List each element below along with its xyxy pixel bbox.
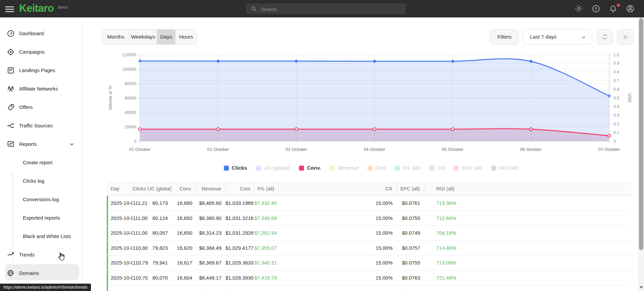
cell-clicks: 111,21 bbox=[133, 196, 148, 211]
row-status-stripe bbox=[107, 226, 108, 240]
legend-item-clicks[interactable]: Clicks bbox=[224, 165, 247, 171]
search-icon bbox=[251, 6, 257, 12]
row-status-stripe bbox=[107, 255, 108, 270]
legend-item-roi-all-[interactable]: ROI (all) bbox=[491, 165, 519, 171]
sidebar-item-dashboard[interactable]: Dashboard bbox=[0, 25, 82, 42]
column-header-day[interactable]: Day bbox=[107, 182, 133, 195]
column-header-p-l-all-[interactable]: P/L (all) bbox=[254, 182, 279, 195]
search-input[interactable] bbox=[260, 3, 402, 15]
cell-uc-global-: 80,070 bbox=[148, 271, 172, 285]
cell-p-l-all-: $7,282.94 bbox=[254, 226, 279, 240]
cell-day: 2025-10-02 bbox=[107, 211, 133, 226]
cell-p-l-all-: $7,349.58 bbox=[254, 211, 279, 226]
row-status-stripe bbox=[107, 285, 108, 291]
settings-gear-icon[interactable] bbox=[575, 4, 583, 13]
sidebar-item-landing-pages[interactable]: Landings Pages bbox=[0, 62, 82, 78]
sidebar-item-affiliate-networks[interactable]: Affiliate Networks bbox=[0, 81, 82, 97]
sidebar-item-trends[interactable]: Trends bbox=[0, 247, 82, 263]
legend-swatch bbox=[367, 166, 373, 171]
scrollbar-thumb[interactable] bbox=[639, 18, 643, 250]
sidebar-subitem-clicks-log[interactable]: Clicks log bbox=[0, 173, 82, 189]
column-header-roi-all-[interactable]: ROI (all) bbox=[424, 182, 631, 195]
cell-day: 2025-10-06 bbox=[107, 271, 133, 285]
table-row: 2025-10-01111,2180,17316,680$8,465.60$1,… bbox=[107, 196, 631, 211]
table-row: 2025-10-05110,7979,94116,617$8,369.67$1,… bbox=[107, 255, 631, 271]
sidebar-item-domains[interactable]: Domains bbox=[0, 265, 82, 281]
offers-icon: $ bbox=[7, 103, 15, 111]
cell-cr: 15.00% bbox=[279, 196, 397, 211]
sidebar-item-reports[interactable]: Reports bbox=[0, 136, 82, 152]
sidebar-subitem-create-report[interactable]: Create report bbox=[0, 155, 82, 171]
legend-item-epc-all-[interactable]: EPC (all) bbox=[454, 165, 483, 171]
row-status-stripe bbox=[107, 241, 108, 255]
svg-text:$: $ bbox=[11, 105, 13, 108]
filters-button[interactable]: Filters bbox=[490, 29, 519, 45]
cell-revenue: $8,369.67 bbox=[196, 255, 226, 270]
column-header-cr[interactable]: CR bbox=[279, 182, 397, 195]
column-header-cost[interactable]: Cost bbox=[226, 182, 254, 195]
user-avatar-icon[interactable] bbox=[626, 4, 635, 13]
cell-roi-all-: 721.49% bbox=[424, 271, 631, 285]
column-header-uc-global-[interactable]: UC (global) bbox=[148, 182, 172, 195]
cell-revenue: $8,384.49 bbox=[196, 241, 226, 255]
legend-item-uc-global-[interactable]: UC (global) bbox=[256, 165, 290, 171]
cell-epc-all-: $0.0755 bbox=[397, 255, 424, 270]
cell-clicks: 111,00 bbox=[133, 226, 148, 240]
chart-settings-button[interactable] bbox=[617, 29, 634, 45]
period-tab-group: MonthsWeekdaysDaysHours bbox=[102, 29, 197, 45]
hamburger-menu-icon[interactable] bbox=[5, 5, 14, 12]
legend-swatch bbox=[224, 166, 229, 171]
tab-hours[interactable]: Hours bbox=[176, 30, 197, 44]
cell-p-l-all-: $7,419.78 bbox=[254, 271, 279, 285]
legend-item-conv-[interactable]: Conv. bbox=[299, 165, 321, 171]
cell-day: 2025-10-04 bbox=[107, 241, 133, 255]
sidebar-item-offers[interactable]: $Offers bbox=[0, 99, 82, 115]
column-header-clicks[interactable]: Clicks bbox=[133, 182, 148, 195]
cell-p-l-all-: $7,355.07 bbox=[254, 241, 279, 255]
sidebar-subitem-black-and-white-lists[interactable]: Black and White Lists bbox=[0, 228, 82, 244]
reports-icon bbox=[7, 140, 15, 148]
svg-text:01 October: 01 October bbox=[129, 147, 151, 152]
cell-cr: 15.00% bbox=[279, 271, 397, 285]
help-icon[interactable]: ? bbox=[592, 4, 600, 13]
refresh-button[interactable] bbox=[596, 29, 613, 45]
column-header-revenue[interactable]: Revenue bbox=[196, 182, 226, 195]
brand-logo[interactable]: Keitaro bbox=[19, 2, 54, 14]
svg-text:03 October: 03 October bbox=[286, 147, 307, 152]
cell-epc-all-: $0.0763 bbox=[397, 271, 424, 285]
tab-months[interactable]: Months bbox=[102, 30, 130, 44]
column-header-epc-all-[interactable]: EPC (all) bbox=[397, 182, 424, 195]
scrollbar-down-arrow[interactable] bbox=[640, 286, 643, 289]
legend-swatch bbox=[330, 166, 335, 171]
cell-revenue: $1,232.34 bbox=[196, 285, 226, 291]
legend-item-revenue[interactable]: Revenue bbox=[330, 165, 359, 171]
sidebar-item-traffic-sources[interactable]: Traffic Sources bbox=[0, 118, 82, 134]
legend-item-cr[interactable]: CR bbox=[429, 165, 445, 171]
date-range-select[interactable]: Last 7 days bbox=[523, 29, 592, 45]
svg-text:100000: 100000 bbox=[122, 67, 136, 72]
cell-roi-all-: 719.36% bbox=[424, 196, 631, 211]
cell-epc-all-: $0.0761 bbox=[397, 196, 424, 211]
tab-weekdays[interactable]: Weekdays bbox=[130, 30, 157, 44]
cell-conv-: 16,680 bbox=[172, 196, 196, 211]
cell-epc-all-: $0.0741 bbox=[397, 285, 424, 291]
sidebar-subitem-exported-reports[interactable]: Exported reports bbox=[0, 210, 82, 226]
notification-dot bbox=[617, 4, 620, 7]
notifications-bell-icon[interactable] bbox=[609, 4, 617, 13]
refresh-icon bbox=[601, 34, 608, 40]
legend-item-cost[interactable]: Cost bbox=[367, 165, 386, 171]
cell-revenue: $8,314.23 bbox=[196, 226, 226, 240]
column-header-conv-[interactable]: Conv. bbox=[172, 182, 196, 195]
sidebar-subitem-conversions-log[interactable]: Conversions log bbox=[0, 191, 82, 208]
cell-roi-all-: 712.64% bbox=[424, 211, 631, 226]
cell-epc-all-: $0.0757 bbox=[397, 241, 424, 255]
sidebar: DashboardCampaignsLandings PagesAffiliat… bbox=[0, 17, 83, 291]
tab-days[interactable]: Days bbox=[157, 30, 176, 44]
sidebar-item-campaigns[interactable]: Campaigns bbox=[0, 44, 82, 60]
table-row: 2025-10-03111,0080,05716,650$8,314.23$1,… bbox=[107, 226, 631, 241]
cell-cost: $1,033.1989 bbox=[226, 196, 254, 211]
table-row: 2025-10-02111,0080,12416,650$8,380.90$1,… bbox=[107, 211, 631, 226]
cell-epc-all-: $0.0755 bbox=[397, 211, 424, 226]
table-row: 2025-10-0711,4011,4772,449$1,232.34$527.… bbox=[107, 285, 631, 291]
legend-item-p-l-all-[interactable]: P/L (all) bbox=[395, 165, 420, 171]
